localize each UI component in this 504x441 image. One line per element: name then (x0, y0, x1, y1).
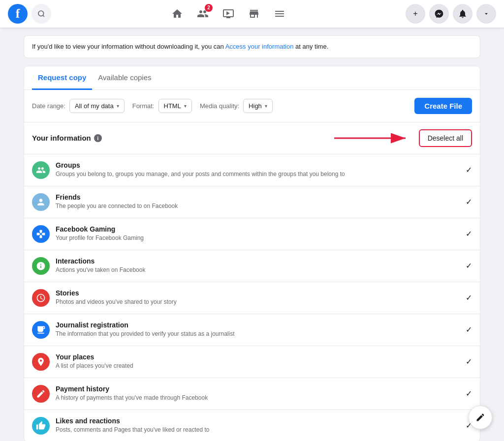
tab-request-copy[interactable]: Request copy (32, 66, 92, 90)
item-icon-7 (32, 385, 50, 403)
item-desc-8: Posts, comments and Pages that you've li… (56, 426, 460, 434)
item-text-2: Facebook Gaming Your profile for Faceboo… (56, 225, 460, 242)
nav-plus-button[interactable]: + (406, 4, 425, 24)
nav-menu[interactable] (268, 2, 291, 26)
item-text-5: Journalist registration The information … (56, 321, 460, 338)
friends-badge: 2 (205, 4, 213, 12)
item-title-5: Journalist registration (56, 321, 460, 329)
item-icon-2 (32, 225, 50, 243)
create-file-button[interactable]: Create File (414, 98, 472, 114)
item-desc-2: Your profile for Facebook Gaming (56, 234, 460, 242)
item-text-8: Likes and reactions Posts, comments and … (56, 417, 460, 434)
item-desc-5: The information that you provided to ver… (56, 330, 460, 338)
search-button[interactable] (32, 4, 51, 24)
item-desc-4: Photos and videos you've shared to your … (56, 298, 460, 306)
list-item: Payment history A history of payments th… (24, 378, 480, 410)
item-title-8: Likes and reactions (56, 417, 460, 425)
nav-marketplace[interactable] (242, 2, 266, 26)
section-title: Your information i (32, 134, 102, 142)
item-text-6: Your places A list of places you've crea… (56, 353, 460, 370)
access-info-link[interactable]: Access your information (225, 43, 294, 50)
quality-label: Media quality: (200, 102, 239, 110)
item-desc-3: Actions you've taken on Facebook (56, 266, 460, 274)
item-checkbox-7[interactable]: ✓ (466, 389, 472, 398)
date-range-label: Date range: (32, 102, 65, 110)
nav-friends[interactable]: 2 (191, 2, 215, 26)
info-items-list: Groups Groups you belong to, groups you … (24, 154, 480, 441)
list-item: Friends The people you are connected to … (24, 186, 480, 218)
item-icon-1 (32, 193, 50, 211)
item-icon-8 (32, 417, 50, 435)
nav-account-button[interactable] (476, 4, 496, 24)
item-title-6: Your places (56, 353, 460, 361)
main-card: Request copy Available copies Date range… (24, 66, 480, 441)
list-item: Likes and reactions Posts, comments and … (24, 410, 480, 441)
deselect-all-button[interactable]: Deselect all (419, 129, 472, 147)
quality-dropdown[interactable]: High ▾ (243, 99, 273, 113)
item-desc-7: A history of payments that you've made t… (56, 394, 460, 402)
banner-text-after: at any time. (293, 43, 328, 50)
svg-line-1 (43, 15, 44, 17)
list-item: Your places A list of places you've crea… (24, 346, 480, 378)
item-checkbox-1[interactable]: ✓ (466, 197, 472, 206)
info-tooltip-icon[interactable]: i (94, 134, 102, 142)
item-checkbox-5[interactable]: ✓ (466, 325, 472, 334)
format-group: Format: HTML ▾ (132, 99, 192, 113)
item-title-4: Stories (56, 289, 460, 297)
date-range-chevron-icon: ▾ (117, 103, 119, 109)
item-desc-0: Groups you belong to, groups you manage,… (56, 170, 460, 178)
item-title-7: Payment history (56, 385, 460, 393)
top-navigation: f 2 + (0, 0, 504, 28)
red-arrow-container (334, 128, 413, 148)
item-icon-4 (32, 289, 50, 307)
item-desc-6: A list of places you've created (56, 362, 460, 370)
tab-available-copies[interactable]: Available copies (92, 66, 157, 90)
item-title-0: Groups (56, 161, 460, 169)
item-checkbox-4[interactable]: ✓ (466, 293, 472, 302)
list-item: Stories Photos and videos you've shared … (24, 282, 480, 314)
item-text-3: Interactions Actions you've taken on Fac… (56, 257, 460, 274)
quality-chevron-icon: ▾ (265, 103, 267, 109)
list-item: Interactions Actions you've taken on Fac… (24, 250, 480, 282)
main-content: If you'd like to view your information w… (16, 35, 488, 441)
item-text-4: Stories Photos and videos you've shared … (56, 289, 460, 306)
format-label: Format: (132, 102, 155, 110)
nav-right-actions: + (406, 4, 496, 24)
nav-messenger-button[interactable] (429, 4, 449, 24)
tabs-container: Request copy Available copies (24, 66, 480, 90)
facebook-logo[interactable]: f (8, 4, 28, 24)
item-text-7: Payment history A history of payments th… (56, 385, 460, 402)
date-range-value: All of my data (75, 102, 114, 110)
item-icon-6 (32, 353, 50, 371)
your-info-section-header: Your information i Deselec (24, 122, 480, 154)
nav-notifications-button[interactable] (453, 4, 472, 24)
format-value: HTML (164, 102, 181, 110)
item-checkbox-2[interactable]: ✓ (466, 229, 472, 238)
quality-group: Media quality: High ▾ (200, 99, 273, 113)
item-text-1: Friends The people you are connected to … (56, 193, 460, 210)
item-desc-1: The people you are connected to on Faceb… (56, 202, 460, 210)
nav-watch[interactable] (217, 2, 240, 26)
item-title-1: Friends (56, 193, 460, 201)
date-range-dropdown[interactable]: All of my data ▾ (69, 99, 125, 113)
item-checkbox-0[interactable]: ✓ (466, 165, 472, 175)
svg-point-0 (38, 11, 44, 16)
item-icon-3 (32, 257, 50, 275)
item-text-0: Groups Groups you belong to, groups you … (56, 161, 460, 178)
info-banner: If you'd like to view your information w… (24, 35, 480, 58)
item-checkbox-6[interactable]: ✓ (466, 357, 472, 366)
list-item: Facebook Gaming Your profile for Faceboo… (24, 218, 480, 250)
banner-text: If you'd like to view your information w… (32, 43, 225, 50)
item-checkbox-3[interactable]: ✓ (466, 261, 472, 270)
item-title-2: Facebook Gaming (56, 225, 460, 233)
item-icon-0 (32, 161, 50, 179)
list-item: Groups Groups you belong to, groups you … (24, 154, 480, 186)
red-arrow-icon (334, 128, 413, 148)
date-range-group: Date range: All of my data ▾ (32, 99, 125, 113)
edit-fab-button[interactable] (469, 406, 492, 429)
nav-home[interactable] (165, 2, 189, 26)
deselect-area: Deselect all (334, 128, 472, 148)
format-chevron-icon: ▾ (184, 103, 187, 109)
list-item: Journalist registration The information … (24, 314, 480, 346)
format-dropdown[interactable]: HTML ▾ (158, 99, 192, 113)
